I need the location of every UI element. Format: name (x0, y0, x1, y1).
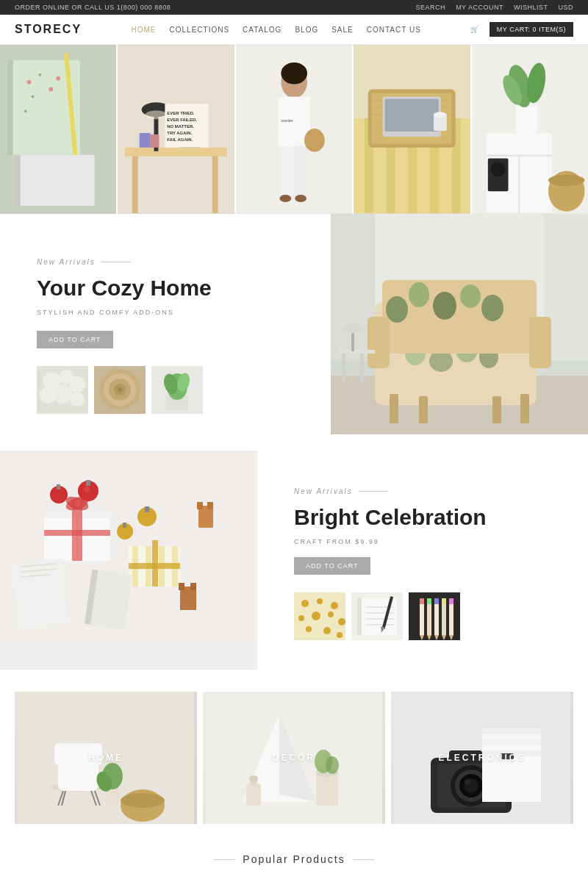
svg-rect-116 (520, 394, 529, 423)
products-preview (0, 872, 588, 882)
cozy-left: New Arrivals Your Cozy Home STYLISH AND … (0, 214, 331, 443)
svg-rect-147 (12, 559, 69, 629)
svg-point-36 (304, 129, 325, 152)
svg-point-38 (295, 195, 306, 202)
cozy-new-arrivals: New Arrivals (37, 258, 301, 266)
laptop-tray-illustration (354, 45, 470, 214)
svg-point-165 (328, 612, 334, 617)
notebooks-illustration (0, 45, 116, 214)
svg-point-70 (548, 174, 585, 186)
search-link[interactable]: SEARCH (416, 4, 446, 11)
svg-point-132 (84, 487, 90, 492)
svg-point-225 (465, 779, 470, 785)
svg-rect-15 (212, 155, 218, 213)
hero-tile-5 (472, 45, 588, 214)
svg-rect-192 (434, 598, 439, 604)
bright-thumb-3[interactable] (409, 592, 460, 640)
top-bar-right: SEARCH MY ACCOUNT WISHLIST USD (416, 4, 573, 11)
svg-point-130 (74, 500, 81, 507)
logo[interactable]: STORECY (15, 23, 82, 36)
svg-rect-139 (123, 523, 126, 528)
bright-thumb-2[interactable] (351, 592, 403, 640)
svg-point-109 (460, 284, 481, 308)
svg-rect-115 (492, 396, 501, 423)
cozy-title: Your Cozy Home (37, 275, 301, 301)
svg-point-8 (24, 110, 27, 112)
svg-text:wander: wander (281, 119, 293, 123)
cozy-thumb-1[interactable] (37, 366, 88, 414)
bright-thumbnails (294, 592, 559, 640)
cozy-add-to-cart[interactable]: ADD TO CART (37, 331, 113, 348)
svg-point-167 (306, 626, 312, 632)
wishlist-link[interactable]: WISHLIST (514, 4, 548, 11)
popular-section: Popular Products (0, 839, 588, 872)
hero-tile-2: EVER TRIED. EVER FAILED. NO MATTER. TRY … (118, 45, 234, 214)
svg-rect-34 (279, 146, 293, 197)
svg-point-37 (279, 195, 291, 202)
svg-point-107 (409, 282, 429, 307)
nav-links: HOME COLLECTIONS CATALOG BLOG SALE CONTA… (132, 26, 421, 34)
categories-section: HOME DECOR (0, 677, 588, 839)
cart-icon: 🛒 (470, 26, 479, 33)
svg-point-160 (301, 600, 309, 607)
svg-point-74 (69, 376, 85, 392)
svg-point-204 (121, 793, 165, 808)
svg-text:NO MATTER.: NO MATTER. (168, 124, 195, 129)
svg-rect-158 (190, 583, 196, 590)
nav-home[interactable]: HOME (132, 26, 157, 34)
bright-add-to-cart[interactable]: ADD TO CART (294, 557, 370, 575)
svg-rect-16 (125, 148, 227, 157)
hero-mosaic: EVER TRIED. EVER FAILED. NO MATTER. TRY … (0, 45, 588, 214)
svg-point-39 (281, 62, 307, 85)
svg-point-3 (27, 80, 32, 85)
svg-rect-2 (7, 60, 13, 155)
svg-point-6 (32, 95, 35, 98)
svg-rect-23 (151, 135, 159, 148)
svg-rect-190 (420, 598, 424, 604)
category-home-label: HOME (88, 753, 123, 763)
nav-contact[interactable]: CONTACT US (367, 26, 421, 34)
svg-rect-137 (145, 506, 149, 512)
svg-point-169 (337, 632, 343, 638)
svg-point-168 (323, 627, 331, 634)
svg-point-5 (49, 87, 53, 92)
svg-rect-228 (482, 728, 541, 734)
svg-rect-155 (207, 502, 213, 509)
category-home[interactable]: HOME (15, 692, 197, 824)
svg-rect-135 (57, 484, 60, 490)
svg-rect-211 (316, 772, 338, 806)
svg-point-7 (56, 76, 60, 81)
svg-rect-12 (15, 155, 21, 206)
svg-point-217 (249, 775, 258, 781)
currency-selector[interactable]: USD (558, 4, 573, 11)
nav-collections[interactable]: COLLECTIONS (170, 26, 230, 34)
nav-catalog[interactable]: CATALOG (243, 26, 282, 34)
nav-sale[interactable]: SALE (331, 26, 354, 34)
svg-point-108 (433, 292, 456, 320)
cozy-thumbnails (37, 366, 301, 414)
cozy-section: New Arrivals Your Cozy Home STYLISH AND … (0, 214, 588, 443)
cozy-right (331, 214, 588, 443)
svg-rect-193 (442, 598, 446, 604)
svg-rect-61 (518, 155, 520, 213)
category-decor[interactable]: DECOR (203, 692, 385, 824)
svg-point-162 (331, 602, 338, 609)
account-link[interactable]: MY ACCOUNT (456, 4, 503, 11)
bright-thumb-1[interactable] (294, 592, 345, 640)
svg-rect-194 (449, 598, 453, 604)
svg-point-4 (38, 74, 41, 76)
armchair-illustration (331, 214, 588, 434)
bright-right: New Arrivals Bright Celebration CRAFT FR… (257, 451, 588, 670)
svg-point-68 (490, 162, 505, 177)
category-electronics[interactable]: ELECTRONICS (391, 692, 573, 824)
svg-point-106 (386, 296, 408, 323)
cozy-thumb-2[interactable] (94, 366, 146, 414)
nav-blog[interactable]: BLOG (295, 26, 318, 34)
svg-rect-113 (390, 394, 398, 423)
svg-text:TRY AGAIN.: TRY AGAIN. (168, 131, 193, 135)
nav-right: 🛒 MY CART: 0 ITEM(S) (470, 22, 573, 37)
cozy-thumb-3[interactable] (151, 366, 203, 414)
svg-rect-215 (246, 784, 261, 806)
svg-rect-55 (385, 98, 439, 132)
cart-button[interactable]: MY CART: 0 ITEM(S) (490, 22, 573, 37)
